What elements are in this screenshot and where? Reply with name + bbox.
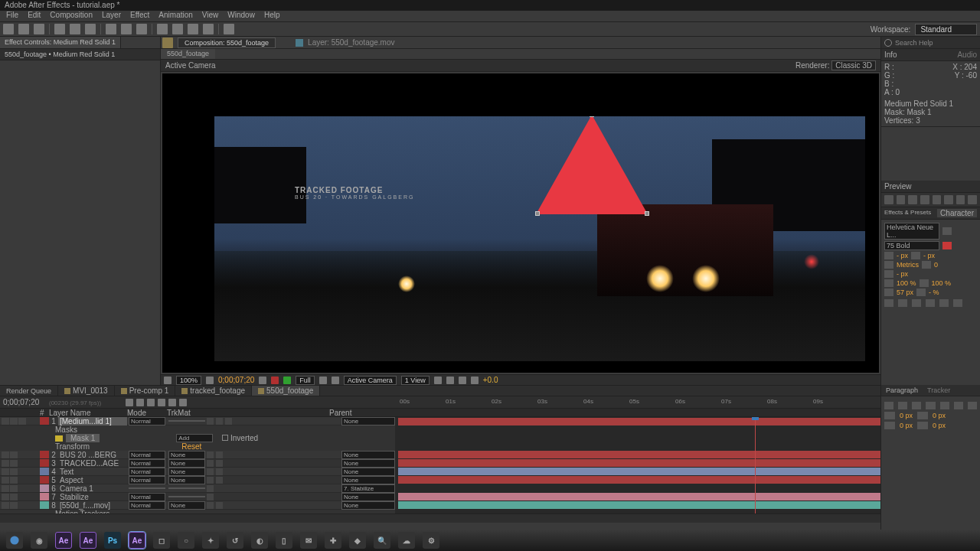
rotation-tool-icon[interactable] [54, 24, 65, 34]
mask-mode-select[interactable]: Add [176, 434, 213, 442]
info-tab[interactable]: Info [884, 51, 897, 59]
app-icon-10[interactable]: 🔍 [374, 532, 390, 549]
layer-row-3[interactable]: 3TRACKED...AGENormalNoneNone [0, 459, 395, 468]
after-effects-icon-2[interactable]: Ae [80, 532, 96, 549]
camera-select[interactable]: Active Camera [344, 376, 397, 385]
app-icon-1[interactable]: ◻ [153, 532, 170, 549]
magnification-icon[interactable] [164, 377, 172, 384]
app-icon-7[interactable]: ✉ [300, 532, 317, 549]
playhead[interactable] [755, 417, 756, 514]
tab-mvi[interactable]: MVI_0013 [58, 386, 115, 396]
channel-icon2[interactable] [283, 377, 291, 384]
menu-help[interactable]: Help [264, 11, 280, 21]
pen-tool-icon[interactable] [121, 24, 132, 34]
small-caps-icon[interactable] [926, 299, 935, 307]
align-center-icon[interactable] [898, 402, 907, 409]
photoshop-icon[interactable]: Ps [104, 532, 121, 549]
justify-all-icon[interactable] [968, 402, 977, 409]
composition-tab[interactable]: Composition: 550d_footage [178, 37, 276, 48]
masks-group[interactable]: Masks [0, 425, 395, 434]
paragraph-tab[interactable]: Paragraph [881, 385, 923, 396]
justify-right-icon[interactable] [954, 402, 963, 409]
mask-vertex-left[interactable] [535, 211, 540, 216]
red-triangle-mask[interactable] [536, 116, 648, 214]
font-size-value[interactable]: - px [897, 252, 908, 259]
hand-tool-icon[interactable] [18, 24, 29, 34]
faux-italic-icon[interactable] [898, 299, 907, 307]
effects-presets-tab[interactable]: Effects & Presets [884, 209, 931, 217]
roto-tool-icon[interactable] [203, 24, 214, 34]
layer-row-8[interactable]: 8[550d_f....mov]NormalNoneNone [0, 501, 395, 510]
layer-row-7[interactable]: 7StabilizeNormalNone [0, 493, 395, 501]
zoom-select[interactable]: 100% [176, 376, 201, 385]
mute-button[interactable] [956, 195, 965, 204]
reset-button[interactable]: Reset [181, 442, 201, 451]
prev-frame-button[interactable] [897, 195, 906, 204]
composition-viewer[interactable]: TRACKED FOOTAGE BUS 20 · TOWARDS GALGBER… [162, 73, 879, 373]
layer-row-6[interactable]: 6Camera 17. Stabilize [0, 484, 395, 493]
views-select[interactable]: 1 View [401, 376, 430, 385]
tab-render-queue[interactable]: Render Queue [0, 386, 58, 396]
character-tab[interactable]: Character [937, 209, 977, 217]
timeline-icon[interactable] [459, 377, 466, 384]
ram-preview-button[interactable] [968, 195, 977, 204]
help-search[interactable]: Search Help [881, 37, 980, 49]
font-weight-select[interactable]: 75 Bold [884, 241, 939, 250]
subscript-icon[interactable] [953, 299, 962, 307]
next-frame-button[interactable] [920, 195, 929, 204]
app-icon-9[interactable]: ◆ [349, 532, 366, 549]
menu-animation[interactable]: Animation [158, 11, 192, 21]
layer-row-2[interactable]: 2BUS 20 ...BERGNormalNoneNone [0, 451, 395, 459]
loop-button[interactable] [944, 195, 953, 204]
app-icon-11[interactable]: ☁ [398, 532, 415, 549]
tab-550d[interactable]: 550d_footage [252, 386, 320, 396]
frame-blend-icon[interactable] [136, 399, 144, 406]
fast-preview-icon[interactable] [446, 377, 454, 384]
layer-row-5[interactable]: 5AspectNormalNoneNone [0, 476, 395, 484]
mask-1-row[interactable]: Mask 1Add Inverted [0, 434, 395, 442]
text-tool-icon[interactable] [136, 24, 147, 34]
puppet-tool-icon[interactable] [224, 24, 234, 34]
justify-left-icon[interactable] [926, 402, 935, 409]
pan-behind-tool-icon[interactable] [85, 24, 96, 34]
justify-center-icon[interactable] [940, 402, 949, 409]
font-family-select[interactable]: Helvetica Neue L... [884, 223, 939, 240]
menu-edit[interactable]: Edit [28, 11, 41, 21]
layer-row-1[interactable]: 1 [Medium...lid 1] Normal None [0, 417, 395, 425]
eraser-tool-icon[interactable] [188, 24, 198, 34]
app-icon-2[interactable]: ○ [178, 532, 194, 549]
effect-controls-tab[interactable]: Effect Controls: Medium Red Solid 1 [0, 37, 121, 48]
mask-vertex-top[interactable] [590, 116, 594, 117]
app-icon-5[interactable]: ◐ [251, 532, 268, 549]
brush-tool-icon[interactable] [157, 24, 168, 34]
motion-blur-icon[interactable] [147, 399, 155, 406]
after-effects-icon[interactable]: Ae [55, 532, 72, 549]
rectangle-tool-icon[interactable] [106, 24, 116, 34]
viewer-timecode[interactable]: 0;00;07;20 [218, 376, 254, 384]
app-icon-12[interactable]: ⚙ [423, 532, 439, 549]
auto-keyframe-icon[interactable] [179, 399, 187, 406]
zoom-tool-icon[interactable] [34, 24, 44, 34]
snapshot-icon[interactable] [259, 377, 266, 384]
first-frame-button[interactable] [884, 195, 893, 204]
selection-tool-icon[interactable] [3, 24, 14, 34]
audio-tab[interactable]: Audio [957, 51, 977, 59]
tab-tracked[interactable]: tracked_footage [175, 386, 252, 396]
channel-icon[interactable] [271, 377, 279, 384]
last-frame-button[interactable] [933, 195, 942, 204]
tab-precomp[interactable]: Pre-comp 1 [115, 386, 176, 396]
mask-vertex-right[interactable] [645, 211, 649, 216]
menu-effect[interactable]: Effect [130, 11, 149, 21]
preview-tab[interactable]: Preview [884, 182, 912, 191]
all-caps-icon[interactable] [912, 299, 921, 307]
shy-icon[interactable] [126, 399, 133, 406]
transparency-icon[interactable] [332, 377, 339, 384]
eyedropper-icon[interactable] [942, 227, 952, 235]
after-effects-icon-active[interactable]: Ae [129, 532, 145, 549]
menu-file[interactable]: File [6, 11, 18, 21]
renderer-select[interactable]: Classic 3D [831, 60, 876, 70]
superscript-icon[interactable] [939, 299, 949, 307]
faux-bold-icon[interactable] [884, 299, 893, 307]
camera-app-icon[interactable]: ◉ [31, 532, 47, 549]
start-button[interactable] [6, 532, 23, 549]
